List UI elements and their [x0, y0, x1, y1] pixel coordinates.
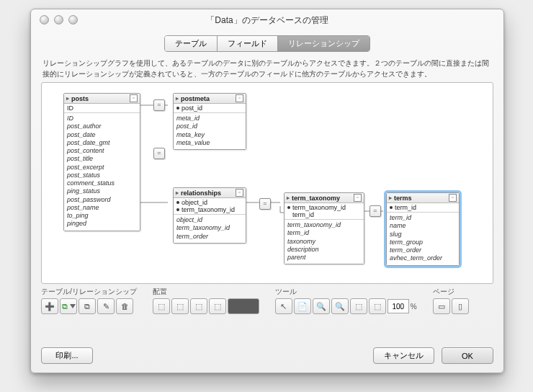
field-list: object_id term_taxonomy_id term_order [174, 215, 246, 243]
minimize-dot[interactable] [54, 15, 63, 24]
group-label: テーブル/リレーションシップ [41, 287, 137, 297]
key-field: post_id [182, 104, 202, 112]
tab-segmented-control: テーブル フィールド リレーションシップ [164, 35, 370, 52]
page-break-h-button[interactable]: ▭ [433, 298, 450, 314]
key-dot-icon [390, 206, 393, 209]
group-label: ツール [275, 287, 417, 297]
zoom-dot[interactable] [68, 15, 78, 24]
key-field: term_taxonomy_id [182, 206, 235, 213]
note-tool[interactable]: 📄 [294, 298, 311, 314]
field-list: ID post_author post_date post_date_gmt p… [64, 113, 140, 231]
key-dot-icon [176, 107, 179, 110]
table-title: terms [394, 195, 412, 202]
relationship-canvas[interactable]: ▸posts▫ ID ID post_author post_date post… [41, 82, 493, 284]
toolbar: テーブル/リレーションシップ ➕ ⧉ ⧉ ✎ 🗑 配置 ⬚ ⬚ ⬚ ⬚ ツール … [41, 287, 493, 314]
key-dot-icon [176, 201, 179, 204]
pointer-tool[interactable]: ↖ [275, 298, 292, 314]
table-posts[interactable]: ▸posts▫ ID ID post_author post_date post… [63, 93, 140, 231]
join-operator[interactable]: = [259, 198, 271, 210]
key-field: term_id [395, 204, 416, 211]
field-list: meta_id post_id meta_key meta_value [174, 113, 246, 149]
table-relationships[interactable]: ▸relationships▫ object_id term_taxonomy_… [173, 187, 246, 244]
maximize-icon[interactable]: ▫ [354, 194, 362, 202]
zoom-fit-button[interactable]: ⬚ [350, 298, 367, 314]
description-text: リレーションシップグラフを使用して、あるテーブルのデータに別のテーブルからアクセ… [42, 58, 492, 79]
dialog-window: 「Data」のデータベースの管理 テーブル フィールド リレーションシップ リレ… [30, 9, 504, 373]
zoom-selection-button[interactable]: ⬚ [369, 298, 386, 314]
zoom-out-button[interactable]: 🔍 [331, 298, 349, 314]
table-term-taxonomy[interactable]: ▸term_taxonomy▫ term_taxonomy_id term_id… [284, 192, 364, 264]
table-title: term_taxonomy [292, 195, 340, 202]
maximize-icon[interactable]: ▫ [236, 189, 243, 197]
key-field: term_taxonomy_id [292, 204, 346, 211]
table-postmeta[interactable]: ▸postmeta▫ post_id meta_id post_id meta_… [173, 93, 246, 150]
expand-icon: ▸ [389, 195, 392, 201]
zoom-input[interactable] [388, 299, 409, 313]
key-field: object_id [182, 199, 207, 206]
duplicate-button[interactable]: ⧉ [79, 298, 96, 314]
key-dot-icon [287, 206, 290, 209]
distribute-button[interactable]: ⬚ [190, 298, 207, 314]
page-break-v-button[interactable]: ▯ [452, 298, 469, 314]
key-field: ID [67, 104, 73, 112]
ok-button[interactable]: OK [442, 347, 493, 364]
table-title: postmeta [181, 95, 210, 102]
key-field: term_id [287, 211, 314, 218]
group-label: 配置 [153, 287, 259, 297]
join-operator[interactable]: = [153, 148, 165, 159]
edit-button[interactable]: ✎ [97, 298, 115, 314]
maximize-icon[interactable]: ▫ [236, 94, 243, 102]
align-right-button[interactable]: ⬚ [171, 298, 189, 314]
table-terms[interactable]: ▸terms▫ term_id term_id name slug term_g… [386, 192, 460, 266]
maximize-icon[interactable]: ▫ [449, 194, 457, 202]
align-left-button[interactable]: ⬚ [153, 298, 170, 314]
expand-icon: ▸ [287, 195, 290, 201]
key-dot-icon [176, 208, 179, 211]
field-list: term_taxonomy_id term_id taxonomy descri… [285, 220, 364, 264]
tab-fields[interactable]: フィールド [218, 36, 278, 51]
join-operator[interactable]: = [369, 205, 381, 217]
window-traffic-lights [40, 15, 78, 24]
delete-button[interactable]: 🗑 [116, 298, 133, 314]
cancel-button[interactable]: キャンセル [373, 347, 434, 364]
maximize-icon[interactable]: ▫ [130, 94, 138, 102]
tab-relationships[interactable]: リレーションシップ [278, 36, 369, 51]
print-button[interactable]: 印刷... [41, 347, 93, 364]
group-label: ページ [433, 287, 469, 297]
table-title: relationships [181, 190, 221, 197]
join-operator[interactable]: = [153, 99, 165, 111]
zoom-in-button[interactable]: 🔍 [313, 298, 330, 314]
close-dot[interactable] [40, 15, 49, 24]
expand-icon: ▸ [66, 95, 69, 102]
zoom-percent-label: % [411, 303, 417, 311]
add-relation-button[interactable]: ⧉ [60, 298, 77, 314]
field-list: term_id name slug term_group term_order … [387, 213, 459, 265]
table-title: posts [71, 95, 89, 102]
window-title: 「Data」のデータベースの管理 [31, 9, 503, 31]
expand-icon: ▸ [176, 190, 179, 196]
color-swatch[interactable] [228, 298, 259, 314]
tab-tables[interactable]: テーブル [165, 36, 218, 51]
add-table-button[interactable]: ➕ [41, 298, 58, 314]
expand-icon: ▸ [176, 95, 179, 102]
resize-button[interactable]: ⬚ [209, 298, 226, 314]
